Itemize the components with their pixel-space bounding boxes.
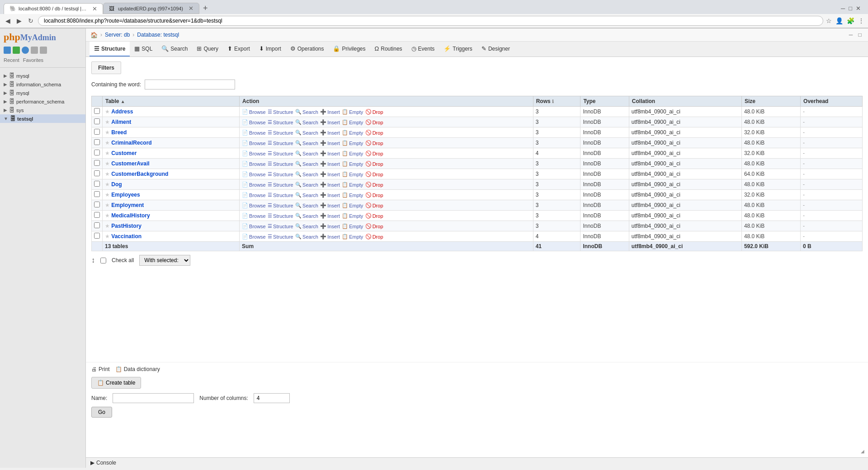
extensions-icon[interactable]: 🧩 (847, 17, 854, 24)
empty-link-0[interactable]: 📋 Empty (342, 109, 363, 115)
tab-sql[interactable]: ▦ SQL (130, 42, 157, 56)
browse-link-10[interactable]: 📄 Browse (242, 213, 266, 219)
structure-link-3[interactable]: ☰ Structure (268, 140, 293, 146)
tab-import[interactable]: ⬇ Import (255, 42, 286, 56)
insert-link-9[interactable]: ➕ Insert (320, 202, 340, 208)
recent-link[interactable]: Recent (4, 57, 19, 63)
empty-link-3[interactable]: 📋 Empty (342, 140, 363, 146)
search-link-11[interactable]: 🔍 Search (295, 223, 318, 229)
breadcrumb-server[interactable]: Server: db (105, 32, 130, 38)
db-item-mysql2[interactable]: ▶ 🗄 mysql (0, 89, 85, 97)
structure-link-0[interactable]: ☰ Structure (268, 109, 293, 115)
maximize-button[interactable]: □ (849, 5, 852, 12)
empty-link-10[interactable]: 📋 Empty (342, 213, 363, 219)
browse-link-11[interactable]: 📄 Browse (242, 223, 266, 229)
browse-link-7[interactable]: 📄 Browse (242, 182, 266, 188)
insert-link-8[interactable]: ➕ Insert (320, 192, 340, 198)
star-icon-12[interactable]: ★ (105, 233, 110, 240)
structure-link-2[interactable]: ☰ Structure (268, 130, 293, 136)
star-icon-1[interactable]: ★ (105, 119, 110, 125)
row-checkbox-6[interactable] (94, 170, 100, 176)
db-item-testsql[interactable]: ▼ 🗄 testsql (0, 114, 85, 123)
drop-link-7[interactable]: 🚫 Drop (365, 182, 383, 188)
search-link-5[interactable]: 🔍 Search (295, 161, 318, 167)
browse-link-3[interactable]: 📄 Browse (242, 140, 266, 146)
drop-link-1[interactable]: 🚫 Drop (365, 119, 383, 125)
row-checkbox-2[interactable] (94, 129, 100, 135)
db-item-mysql[interactable]: ▶ 🗄 mysql (0, 71, 85, 80)
structure-link-9[interactable]: ☰ Structure (268, 202, 293, 208)
tab-triggers[interactable]: ⚡ Triggers (439, 42, 477, 56)
drop-link-11[interactable]: 🚫 Drop (365, 223, 383, 229)
star-icon-10[interactable]: ★ (105, 212, 110, 219)
resize-handle[interactable]: ◢ (861, 449, 864, 454)
browse-link-0[interactable]: 📄 Browse (242, 109, 266, 115)
insert-link-4[interactable]: ➕ Insert (320, 150, 340, 156)
insert-link-3[interactable]: ➕ Insert (320, 140, 340, 146)
create-table-button[interactable]: 📋 Create table (91, 377, 141, 389)
table-name-link-7[interactable]: Dog (111, 181, 122, 188)
tab-close-button[interactable]: ✕ (92, 5, 97, 12)
empty-link-2[interactable]: 📋 Empty (342, 130, 363, 136)
empty-link-6[interactable]: 📋 Empty (342, 171, 363, 177)
insert-link-11[interactable]: ➕ Insert (320, 223, 340, 229)
row-checkbox-7[interactable] (94, 181, 100, 187)
breadcrumb-database[interactable]: Database: testsql (137, 32, 179, 38)
table-name-link-8[interactable]: Employees (111, 192, 140, 198)
insert-link-5[interactable]: ➕ Insert (320, 161, 340, 167)
drop-link-0[interactable]: 🚫 Drop (365, 109, 383, 115)
table-name-link-11[interactable]: PastHistory (111, 223, 142, 229)
star-icon-6[interactable]: ★ (105, 171, 110, 177)
search-link-1[interactable]: 🔍 Search (295, 119, 318, 125)
star-icon-0[interactable]: ★ (105, 108, 110, 115)
home-icon[interactable] (4, 47, 11, 54)
row-checkbox-11[interactable] (94, 222, 100, 228)
drop-link-6[interactable]: 🚫 Drop (365, 171, 383, 177)
table-name-link-12[interactable]: Vaccination (111, 233, 142, 240)
menu-icon[interactable]: ⋮ (858, 17, 864, 24)
profile-icon[interactable]: 👤 (835, 17, 843, 24)
insert-link-2[interactable]: ➕ Insert (320, 130, 340, 136)
tab2-close-button[interactable]: ✕ (189, 5, 193, 12)
with-selected-dropdown[interactable]: With selected:BrowseStructureSearchAnaly… (139, 255, 190, 266)
row-checkbox-4[interactable] (94, 150, 100, 155)
data-dictionary-link[interactable]: 📋 Data dictionary (115, 366, 160, 372)
browse-link-2[interactable]: 📄 Browse (242, 130, 266, 136)
filters-button[interactable]: Filters (91, 61, 121, 74)
table-name-link-9[interactable]: Employment (111, 202, 144, 208)
table-name-link-1[interactable]: Ailment (111, 119, 131, 125)
insert-link-6[interactable]: ➕ Insert (320, 171, 340, 177)
header-rows[interactable]: Rows ℹ (533, 96, 580, 107)
browse-link-9[interactable]: 📄 Browse (242, 202, 266, 208)
star-icon-5[interactable]: ★ (105, 160, 110, 167)
tab-operations[interactable]: ⚙ Operations (286, 42, 329, 56)
settings-icon[interactable] (31, 47, 38, 54)
breadcrumb-home-icon[interactable]: 🏠 (90, 32, 98, 38)
drop-link-10[interactable]: 🚫 Drop (365, 213, 383, 219)
address-bar[interactable] (38, 16, 823, 26)
drop-link-2[interactable]: 🚫 Drop (365, 130, 383, 136)
console-icon[interactable] (40, 47, 47, 54)
empty-link-12[interactable]: 📋 Empty (342, 234, 363, 240)
favorites-icon[interactable] (13, 47, 20, 54)
empty-link-7[interactable]: 📋 Empty (342, 182, 363, 188)
inactive-tab[interactable]: 🖼 updatedERD.png (997×1094) ✕ (103, 3, 199, 14)
db-item-sys[interactable]: ▶ 🗄 sys (0, 106, 85, 114)
empty-link-4[interactable]: 📋 Empty (342, 150, 363, 156)
browse-link-5[interactable]: 📄 Browse (242, 161, 266, 167)
tab-events[interactable]: ◷ Events (407, 42, 439, 56)
print-link[interactable]: 🖨 Print (91, 366, 110, 372)
columns-input[interactable] (254, 393, 290, 403)
star-icon-4[interactable]: ★ (105, 150, 110, 156)
new-tab-button[interactable]: + (199, 4, 212, 13)
db-item-perf[interactable]: ▶ 🗄 performance_schema (0, 97, 85, 106)
drop-link-8[interactable]: 🚫 Drop (365, 192, 383, 198)
star-icon-9[interactable]: ★ (105, 202, 110, 208)
row-checkbox-8[interactable] (94, 191, 100, 197)
empty-link-1[interactable]: 📋 Empty (342, 119, 363, 125)
star-icon-3[interactable]: ★ (105, 140, 110, 146)
search-link-4[interactable]: 🔍 Search (295, 150, 318, 156)
info-icon[interactable] (22, 47, 29, 54)
browse-link-1[interactable]: 📄 Browse (242, 119, 266, 125)
search-link-8[interactable]: 🔍 Search (295, 192, 318, 198)
